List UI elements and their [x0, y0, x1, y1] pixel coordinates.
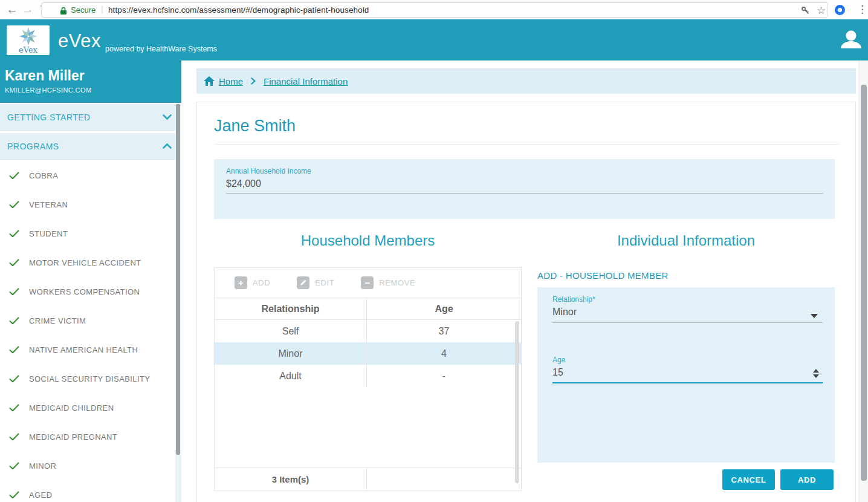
sidebar-user-block: Karen Miller KMILLER@HCFSINC.COM [0, 60, 181, 103]
sidebar-item-medicaid-pregnant[interactable]: MEDICAID PREGNANT [0, 422, 175, 451]
sidebar-user-email: KMILLER@HCFSINC.COM [5, 86, 181, 94]
relationship-dropdown[interactable]: Minor [552, 307, 823, 323]
dropdown-caret-icon[interactable] [811, 314, 818, 318]
sidebar-item-label: STUDENT [29, 229, 68, 238]
breadcrumb: Home Financial Information [196, 68, 856, 94]
sidebar-item-label: NATIVE AMERICAN HEALTH [29, 345, 138, 354]
number-spinner-icon[interactable] [813, 369, 819, 378]
breadcrumb-current-link[interactable]: Financial Information [264, 76, 348, 86]
app-header: eVex eVex powered by HealthWare Systems [0, 19, 868, 60]
section-label: PROGRAMS [7, 142, 59, 151]
brand-tagline: powered by HealthWare Systems [105, 45, 217, 53]
remove-member-button[interactable]: − REMOVE [361, 276, 415, 289]
page-scrollbar-thumb[interactable] [861, 85, 867, 481]
cancel-button[interactable]: CANCEL [722, 469, 775, 490]
plus-icon: + [235, 276, 247, 289]
minus-icon: − [361, 276, 374, 289]
breadcrumb-home-link[interactable]: Home [219, 76, 243, 86]
url-text: https://evex.hcfsinc.com/assessment/#/de… [108, 5, 369, 15]
cell-relationship: Minor [215, 342, 367, 365]
sidebar-item-label: VETERAN [29, 200, 68, 209]
individual-form-panel: Relationship* Minor Age 15 [537, 287, 835, 463]
breadcrumb-chevron-icon [251, 77, 256, 85]
add-button[interactable]: ADD [780, 469, 834, 490]
sidebar-section-getting-started[interactable]: GETTING STARTED [0, 104, 181, 131]
cell-age: - [367, 365, 521, 387]
cell-age: 37 [367, 320, 521, 342]
table-row-adult[interactable]: Adult - [215, 365, 521, 387]
sidebar-item-label: CRIME VICTIM [29, 316, 86, 325]
lock-icon [60, 7, 67, 15]
table-row-minor[interactable]: Minor 4 [215, 342, 521, 365]
title-divider [214, 144, 840, 145]
evex-starburst-icon [15, 27, 42, 45]
sidebar-item-veteran[interactable]: VETERAN [0, 190, 175, 219]
check-icon [9, 462, 19, 470]
age-input[interactable]: 15 [552, 367, 823, 383]
home-icon [204, 76, 215, 86]
sidebar-item-native-american-health[interactable]: NATIVE AMERICAN HEALTH [0, 335, 175, 364]
table-footer-empty [367, 468, 521, 491]
back-icon[interactable]: ← [5, 1, 19, 18]
spinner-down-icon[interactable] [813, 374, 819, 378]
page-scrollbar-track[interactable] [858, 60, 868, 502]
browser-menu-icon[interactable]: ⋮ [857, 3, 867, 16]
edit-member-button[interactable]: EDIT [297, 276, 334, 289]
household-members-heading: Household Members [214, 232, 522, 249]
user-account-icon[interactable] [840, 28, 863, 50]
secure-label: Secure [71, 5, 96, 15]
table-row-self[interactable]: Self 37 [215, 320, 521, 342]
sidebar-item-label: COBRA [29, 171, 58, 180]
spinner-up-icon[interactable] [813, 369, 819, 373]
evex-logo[interactable]: eVex [7, 25, 50, 55]
sidebar-section-programs[interactable]: PROGRAMS [0, 133, 181, 160]
check-icon [9, 375, 19, 383]
check-icon [9, 288, 19, 296]
forward-icon[interactable]: → [21, 1, 35, 18]
section-label: GETTING STARTED [7, 112, 91, 122]
table-header-row: Relationship Age [215, 298, 521, 320]
table-scrollbar-thumb[interactable] [515, 321, 519, 483]
bookmark-star-icon[interactable]: ☆ [817, 4, 826, 17]
income-panel: Annual Household Income $24,000 [214, 159, 835, 219]
check-icon [9, 172, 19, 180]
sidebar-item-medicaid-children[interactable]: MEDICAID CHILDREN [0, 393, 175, 422]
sidebar-item-aged[interactable]: AGED [0, 480, 175, 502]
sidebar-item-cobra[interactable]: COBRA [0, 161, 175, 190]
address-bar-divider: | [101, 4, 103, 14]
extension-icon[interactable] [835, 5, 845, 15]
sidebar-item-crime-victim[interactable]: CRIME VICTIM [0, 306, 175, 335]
relationship-label: Relationship* [552, 295, 595, 304]
sidebar-scrollbar-thumb[interactable] [176, 104, 180, 455]
add-member-button[interactable]: + ADD [235, 276, 270, 289]
sidebar-item-minor[interactable]: MINOR [0, 451, 175, 480]
check-icon [9, 346, 19, 354]
add-household-member-subtitle: ADD - HOUSEHOLD MEMBER [537, 270, 669, 281]
brand-title: eVex [58, 30, 101, 52]
sidebar-item-social-security-disability[interactable]: SOCIAL SECURITY DISABILITY [0, 364, 175, 393]
sidebar-item-motor-vehicle-accident[interactable]: MOTOR VEHICLE ACCIDENT [0, 248, 175, 277]
password-key-icon[interactable] [801, 6, 810, 15]
chevron-down-icon [163, 114, 172, 120]
sidebar-item-label: MINOR [29, 461, 56, 471]
income-input[interactable]: $24,000 [226, 178, 823, 194]
cell-relationship: Self [215, 320, 367, 342]
sidebar: Karen Miller KMILLER@HCFSINC.COM GETTING… [0, 60, 181, 502]
age-label: Age [552, 356, 565, 364]
address-bar[interactable]: Secure | https://evex.hcfsinc.com/assess… [41, 2, 828, 18]
household-members-table: + ADD EDIT − REMOVE [214, 267, 522, 491]
pencil-icon [297, 276, 309, 289]
sidebar-item-label: MEDICAID CHILDREN [29, 403, 114, 412]
sidebar-item-workers-compensation[interactable]: WORKERS COMPENSATION [0, 277, 175, 306]
sidebar-scrollbar-track[interactable] [175, 103, 181, 502]
column-header-relationship: Relationship [215, 298, 367, 319]
check-icon [9, 433, 19, 441]
sidebar-item-label: MOTOR VEHICLE ACCIDENT [29, 258, 141, 267]
table-empty-area [215, 387, 521, 468]
sidebar-item-label: SOCIAL SECURITY DISABILITY [29, 374, 150, 383]
check-icon [9, 404, 19, 412]
cell-relationship: Adult [215, 365, 367, 387]
edit-button-label: EDIT [315, 278, 334, 287]
sidebar-item-student[interactable]: STUDENT [0, 219, 175, 248]
check-icon [9, 317, 19, 325]
